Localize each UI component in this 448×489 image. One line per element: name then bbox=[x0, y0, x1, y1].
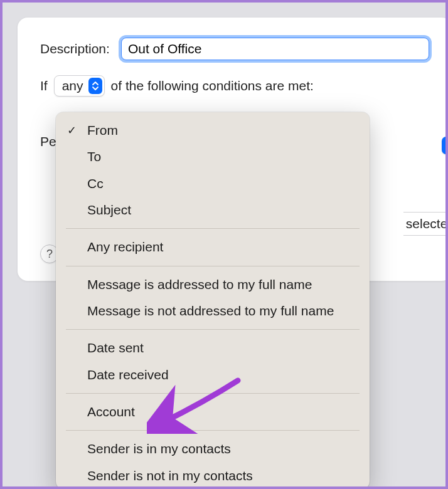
any-all-value: any bbox=[62, 78, 83, 93]
menu-item-label: Message is addressed to my full name bbox=[87, 276, 312, 293]
menu-item[interactable]: To bbox=[56, 144, 370, 170]
description-input[interactable] bbox=[121, 38, 429, 60]
menu-item[interactable]: Cc bbox=[56, 171, 370, 197]
menu-item[interactable]: Message is not addressed to my full name bbox=[56, 298, 370, 324]
menu-item-label: Any recipient bbox=[87, 238, 163, 256]
menu-item-label: Account bbox=[87, 403, 135, 421]
menu-item[interactable]: ✓From bbox=[56, 117, 370, 144]
menu-item-label: Sender is not in my contacts bbox=[87, 467, 253, 485]
menu-item[interactable]: Sender is not in my contacts bbox=[56, 463, 370, 489]
updown-stepper-icon bbox=[88, 78, 102, 94]
description-label: Description: bbox=[40, 41, 110, 56]
if-text: If bbox=[40, 78, 48, 93]
checkmark-icon: ✓ bbox=[67, 123, 77, 138]
menu-separator bbox=[66, 228, 360, 229]
description-row: Description: bbox=[40, 38, 429, 60]
menu-separator bbox=[66, 393, 360, 394]
menu-item-label: Date sent bbox=[87, 339, 144, 357]
menu-separator bbox=[66, 430, 360, 431]
menu-item[interactable]: Subject bbox=[56, 197, 370, 223]
conditions-suffix-text: of the following conditions are met: bbox=[111, 78, 314, 93]
perform-text-partial: Pe bbox=[40, 134, 56, 149]
menu-item[interactable]: Any recipient bbox=[56, 234, 370, 260]
menu-separator bbox=[66, 266, 360, 266]
menu-item-label: Message is not addressed to my full name bbox=[87, 302, 334, 320]
menu-item-label: Date received bbox=[87, 366, 169, 384]
menu-item[interactable]: Sender is in my contacts bbox=[56, 436, 370, 462]
menu-item-label: From bbox=[87, 122, 118, 139]
updown-stepper-icon bbox=[442, 137, 448, 154]
condition-dropdown-menu[interactable]: ✓FromToCcSubjectAny recipientMessage is … bbox=[56, 112, 370, 489]
menu-item-label: Subject bbox=[87, 201, 131, 219]
condition-row: If any of the following conditions are m… bbox=[40, 75, 429, 97]
menu-item-label: Cc bbox=[87, 175, 104, 192]
menu-item[interactable]: Date sent bbox=[56, 335, 370, 361]
any-all-select[interactable]: any bbox=[54, 75, 105, 97]
menu-item-label: Sender is in my contacts bbox=[87, 440, 231, 458]
menu-item[interactable]: Account bbox=[56, 399, 370, 425]
menu-item-label: To bbox=[87, 148, 101, 166]
menu-separator bbox=[66, 329, 360, 330]
condition-field-stepper[interactable] bbox=[442, 137, 448, 154]
menu-item[interactable]: Message is addressed to my full name bbox=[56, 271, 370, 298]
menu-item[interactable]: Date received bbox=[56, 362, 370, 388]
action-field-partial: selected bbox=[403, 212, 448, 236]
